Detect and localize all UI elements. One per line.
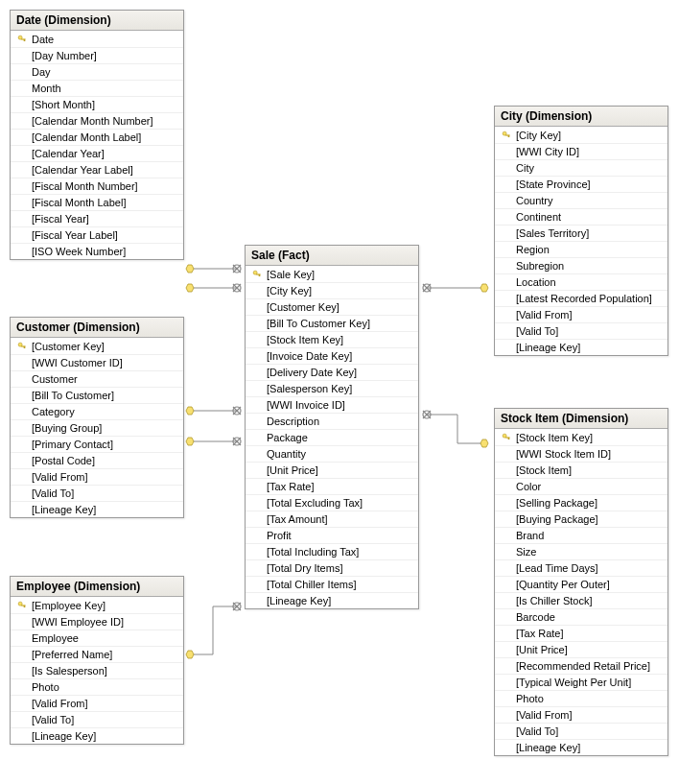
column-stockitem-10[interactable]: [Is Chiller Stock] [495,592,667,608]
column-stockitem-4[interactable]: [Selling Package] [495,494,667,511]
column-stockitem-8[interactable]: [Lead Time Days] [495,559,667,576]
column-sale-18[interactable]: [Total Dry Items] [246,559,418,576]
column-date-3[interactable]: Month [11,80,183,96]
column-city-1[interactable]: [WWI City ID] [495,143,667,159]
column-sale-15[interactable]: [Tax Amount] [246,511,418,527]
column-customer-4[interactable]: Category [11,403,183,419]
column-stockitem-0[interactable]: [Stock Item Key] [495,429,667,445]
column-sale-6[interactable]: [Delivery Date Key] [246,364,418,380]
column-city-4[interactable]: Country [495,192,667,208]
column-sale-7[interactable]: [Salesperson Key] [246,380,418,396]
column-sale-2[interactable]: [Customer Key] [246,298,418,315]
column-employee-6[interactable]: [Valid From] [11,695,183,711]
table-employee-dimension[interactable]: Employee (Dimension) [Employee Key][WWI … [10,576,184,745]
column-date-4[interactable]: [Short Month] [11,96,183,112]
table-header-stockitem: Stock Item (Dimension) [495,409,667,429]
column-employee-0[interactable]: [Employee Key] [11,597,183,613]
column-customer-3[interactable]: [Bill To Customer] [11,387,183,403]
column-city-0[interactable]: [City Key] [495,127,667,143]
column-employee-7[interactable]: [Valid To] [11,711,183,727]
column-stockitem-16[interactable]: Photo [495,690,667,706]
column-sale-9[interactable]: Description [246,413,418,429]
column-stockitem-2[interactable]: [Stock Item] [495,462,667,478]
table-sale-fact[interactable]: Sale (Fact) [Sale Key][City Key][Custome… [245,245,419,609]
column-customer-7[interactable]: [Postal Code] [11,452,183,468]
column-date-2[interactable]: Day [11,63,183,80]
column-city-11[interactable]: [Valid From] [495,306,667,322]
column-date-6[interactable]: [Calendar Month Label] [11,129,183,145]
column-customer-0[interactable]: [Customer Key] [11,338,183,354]
column-stockitem-5[interactable]: [Buying Package] [495,511,667,527]
svg-rect-7 [21,605,25,606]
column-sale-3[interactable]: [Bill To Customer Key] [246,315,418,331]
column-customer-9[interactable]: [Valid To] [11,485,183,501]
column-sale-13[interactable]: [Tax Rate] [246,478,418,494]
column-customer-5[interactable]: [Buying Group] [11,419,183,436]
column-city-8[interactable]: Subregion [495,257,667,273]
column-employee-1[interactable]: [WWI Employee ID] [11,613,183,630]
column-sale-8[interactable]: [WWI Invoice ID] [246,396,418,413]
column-customer-2[interactable]: Customer [11,370,183,387]
column-sale-12[interactable]: [Unit Price] [246,462,418,478]
column-employee-2[interactable]: Employee [11,630,183,646]
column-date-1[interactable]: [Day Number] [11,47,183,63]
column-customer-8[interactable]: [Valid From] [11,468,183,485]
column-sale-1[interactable]: [City Key] [246,282,418,298]
svg-point-41 [233,603,241,610]
column-sale-20[interactable]: [Lineage Key] [246,592,418,608]
column-stockitem-15[interactable]: [Typical Weight Per Unit] [495,674,667,690]
column-city-3[interactable]: [State Province] [495,176,667,192]
column-stockitem-6[interactable]: Brand [495,527,667,543]
column-stockitem-13[interactable]: [Unit Price] [495,641,667,657]
column-date-12[interactable]: [Fiscal Year Label] [11,226,183,243]
column-customer-6[interactable]: [Primary Contact] [11,436,183,452]
column-date-10[interactable]: [Fiscal Month Label] [11,194,183,210]
column-city-7[interactable]: Region [495,241,667,257]
column-employee-5[interactable]: Photo [11,678,183,695]
column-sale-11[interactable]: Quantity [246,445,418,462]
column-date-9[interactable]: [Fiscal Month Number] [11,178,183,194]
column-customer-10[interactable]: [Lineage Key] [11,501,183,517]
column-stockitem-9[interactable]: [Quantity Per Outer] [495,576,667,592]
column-sale-19[interactable]: [Total Chiller Items] [246,576,418,592]
column-date-8[interactable]: [Calendar Year Label] [11,161,183,178]
column-city-2[interactable]: City [495,159,667,176]
column-city-12[interactable]: [Valid To] [495,322,667,339]
column-sale-17[interactable]: [Total Including Tax] [246,543,418,559]
column-employee-4[interactable]: [Is Salesperson] [11,662,183,678]
column-city-9[interactable]: Location [495,273,667,290]
column-stockitem-1[interactable]: [WWI Stock Item ID] [495,445,667,462]
column-date-5[interactable]: [Calendar Month Number] [11,112,183,129]
column-stockitem-3[interactable]: Color [495,478,667,494]
column-stockitem-17[interactable]: [Valid From] [495,706,667,723]
column-date-11[interactable]: [Fiscal Year] [11,210,183,226]
column-label: [Fiscal Year] [32,213,89,225]
column-date-7[interactable]: [Calendar Year] [11,145,183,161]
column-stockitem-14[interactable]: [Recommended Retail Price] [495,657,667,674]
column-employee-8[interactable]: [Lineage Key] [11,727,183,744]
column-sale-14[interactable]: [Total Excluding Tax] [246,494,418,511]
column-stockitem-11[interactable]: Barcode [495,608,667,625]
column-stockitem-19[interactable]: [Lineage Key] [495,739,667,755]
column-date-0[interactable]: Date [11,31,183,47]
column-stockitem-12[interactable]: [Tax Rate] [495,625,667,641]
column-sale-10[interactable]: Package [246,429,418,445]
column-label: Description [267,416,319,427]
column-stockitem-7[interactable]: Size [495,543,667,559]
column-city-13[interactable]: [Lineage Key] [495,339,667,355]
column-stockitem-18[interactable]: [Valid To] [495,723,667,739]
column-sale-5[interactable]: [Invoice Date Key] [246,347,418,364]
column-employee-3[interactable]: [Preferred Name] [11,646,183,662]
column-sale-0[interactable]: [Sale Key] [246,266,418,282]
table-stockitem-dimension[interactable]: Stock Item (Dimension) [Stock Item Key][… [494,408,668,756]
column-sale-16[interactable]: Profit [246,527,418,543]
column-city-10[interactable]: [Latest Recorded Population] [495,290,667,306]
column-city-6[interactable]: [Sales Territory] [495,225,667,241]
table-city-dimension[interactable]: City (Dimension) [City Key][WWI City ID]… [494,106,668,356]
column-city-5[interactable]: Continent [495,208,667,225]
column-customer-1[interactable]: [WWI Customer ID] [11,354,183,370]
table-date-dimension[interactable]: Date (Dimension) Date[Day Number]DayMont… [10,10,184,260]
column-sale-4[interactable]: [Stock Item Key] [246,331,418,347]
column-date-13[interactable]: [ISO Week Number] [11,243,183,259]
table-customer-dimension[interactable]: Customer (Dimension) [Customer Key][WWI … [10,317,184,518]
